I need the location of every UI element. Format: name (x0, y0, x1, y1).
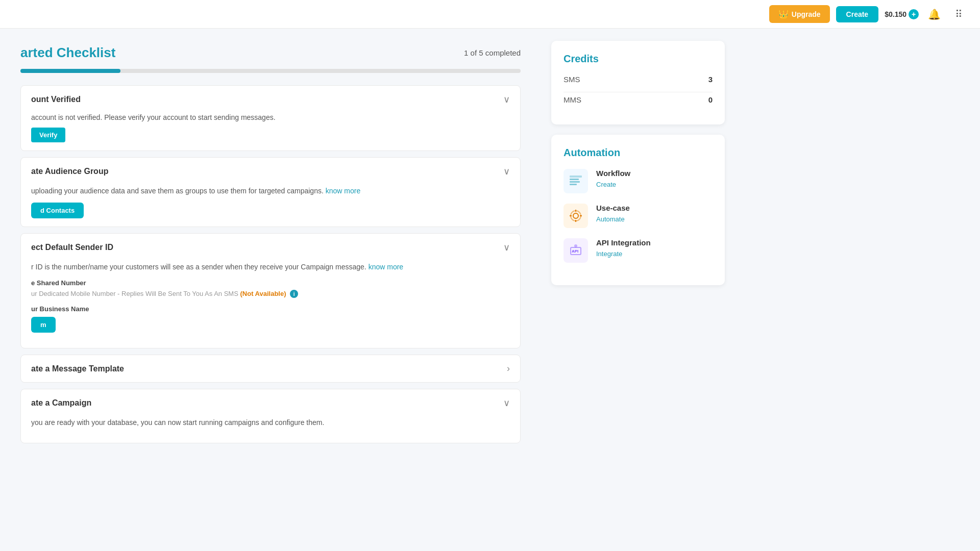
section-sender-id: ect Default Sender ID ∨ r ID is the numb… (20, 233, 521, 348)
svg-rect-2 (570, 181, 580, 183)
grid-menu-button[interactable]: ⠿ (949, 5, 968, 23)
page-title: arted Checklist (20, 45, 115, 61)
section-body-create-campaign: you are ready with your database, you ca… (21, 417, 520, 442)
svg-point-12 (574, 244, 577, 247)
api-icon: API (564, 238, 588, 263)
automation-usecase-item: Use-case Automate (564, 204, 713, 228)
dedicated-number-text: ur Dedicated Mobile Number - Replies Wil… (31, 290, 510, 298)
mms-credit-row: MMS 0 (564, 95, 713, 104)
section-title-account-verified: ount Verified (31, 95, 81, 104)
sender-id-description: r ID is the number/name your customers w… (31, 261, 510, 272)
automation-card: Automation Workflow Create (551, 135, 725, 285)
upgrade-button[interactable]: 👑 Upgrade (769, 5, 830, 23)
sms-value: 3 (708, 75, 713, 84)
automation-workflow-item: Workflow Create (564, 169, 713, 193)
section-title-sender-id: ect Default Sender ID (31, 243, 113, 252)
shared-number-option: e Shared Number ur Dedicated Mobile Numb… (31, 279, 510, 298)
api-info: API Integration Integrate (596, 238, 651, 258)
section-account-verified: ount Verified ∨ account is not verified.… (20, 85, 521, 151)
grid-icon: ⠿ (955, 8, 963, 20)
svg-rect-3 (570, 184, 577, 185)
audience-know-more-link[interactable]: know more (326, 187, 360, 195)
section-message-template: ate a Message Template › (20, 355, 521, 383)
info-icon[interactable]: i (290, 290, 298, 298)
section-header-sender-id[interactable]: ect Default Sender ID ∨ (21, 234, 520, 261)
progress-bar-fill (20, 69, 120, 73)
svg-text:API: API (572, 249, 578, 254)
content-area: arted Checklist 1 of 5 completed ount Ve… (0, 29, 541, 551)
section-create-campaign: ate a Campaign ∨ you are ready with your… (20, 389, 521, 443)
section-header-account-verified[interactable]: ount Verified ∨ (21, 86, 520, 113)
credits-card-title: Credits (564, 53, 713, 65)
chevron-sender-id: ∨ (503, 242, 510, 253)
sms-credit-row: SMS 3 (564, 75, 713, 84)
chevron-audience-group: ∨ (503, 166, 510, 177)
create-campaign-description: you are ready with your database, you ca… (31, 417, 510, 428)
credits-card: Credits SMS 3 MMS 0 (551, 41, 725, 124)
section-title-message-template: ate a Message Template (31, 364, 124, 373)
completion-text: 1 of 5 completed (464, 48, 521, 57)
main-layout: arted Checklist 1 of 5 completed ount Ve… (0, 29, 980, 551)
usecase-icon (564, 204, 588, 228)
section-header-audience-group[interactable]: ate Audience Group ∨ (21, 158, 520, 185)
api-name: API Integration (596, 238, 651, 247)
not-available-badge: (Not Available) (240, 290, 286, 297)
usecase-name: Use-case (596, 204, 630, 212)
progress-bar-container (20, 69, 521, 73)
workflow-icon (564, 169, 588, 193)
api-integrate-link[interactable]: Integrate (596, 250, 622, 258)
svg-rect-0 (570, 176, 582, 178)
sender-know-more-link[interactable]: know more (369, 263, 403, 271)
workflow-info: Workflow Create (596, 169, 630, 189)
section-header-message-template[interactable]: ate a Message Template › (21, 355, 520, 382)
credit-amount: $0.150 (885, 10, 906, 18)
section-audience-group: ate Audience Group ∨ uploading your audi… (20, 157, 521, 227)
add-contacts-button[interactable]: d Contacts (31, 203, 84, 218)
right-sidebar: Credits SMS 3 MMS 0 Automation (541, 29, 735, 551)
automation-api-item: API API Integration Integrate (564, 238, 713, 263)
usecase-automate-link[interactable]: Automate (596, 215, 625, 223)
svg-point-4 (571, 211, 581, 221)
usecase-info: Use-case Automate (596, 204, 630, 223)
chevron-create-campaign: ∨ (503, 397, 510, 409)
section-body-audience-group: uploading your audience data and save th… (21, 185, 520, 227)
section-body-sender-id: r ID is the number/name your customers w… (21, 261, 520, 348)
credit-display[interactable]: $0.150 + (885, 9, 919, 19)
verify-button[interactable]: Verify (31, 128, 65, 142)
navbar: 👑 Upgrade Create $0.150 + 🔔 ⠿ (0, 0, 980, 29)
workflow-create-link[interactable]: Create (596, 181, 616, 188)
mms-label: MMS (564, 95, 581, 104)
shared-number-label: e Shared Number (31, 279, 510, 287)
notification-button[interactable]: 🔔 (925, 5, 943, 23)
mms-value: 0 (708, 95, 713, 104)
create-button[interactable]: Create (836, 6, 879, 22)
chevron-message-template: › (507, 363, 510, 374)
add-credit-icon[interactable]: + (909, 9, 919, 19)
section-header-create-campaign[interactable]: ate a Campaign ∨ (21, 389, 520, 417)
section-title-create-campaign: ate a Campaign (31, 398, 91, 408)
account-verify-description: account is not verified. Please verify y… (31, 113, 510, 121)
business-name-label: ur Business Name (31, 305, 510, 313)
automation-card-title: Automation (564, 147, 713, 159)
page-header: arted Checklist 1 of 5 completed (20, 45, 521, 61)
credits-divider (564, 92, 713, 92)
sms-label: SMS (564, 75, 580, 84)
svg-rect-1 (570, 179, 579, 180)
workflow-name: Workflow (596, 169, 630, 178)
bell-icon: 🔔 (928, 8, 941, 20)
section-title-audience-group: ate Audience Group (31, 167, 108, 176)
confirm-business-button[interactable]: m (31, 317, 56, 333)
audience-group-description: uploading your audience data and save th… (31, 185, 510, 196)
crown-icon: 👑 (778, 9, 789, 19)
section-body-account-verified: account is not verified. Please verify y… (21, 113, 520, 151)
chevron-account-verified: ∨ (503, 94, 510, 105)
business-name-option: ur Business Name m (31, 305, 510, 333)
svg-point-5 (573, 213, 578, 218)
